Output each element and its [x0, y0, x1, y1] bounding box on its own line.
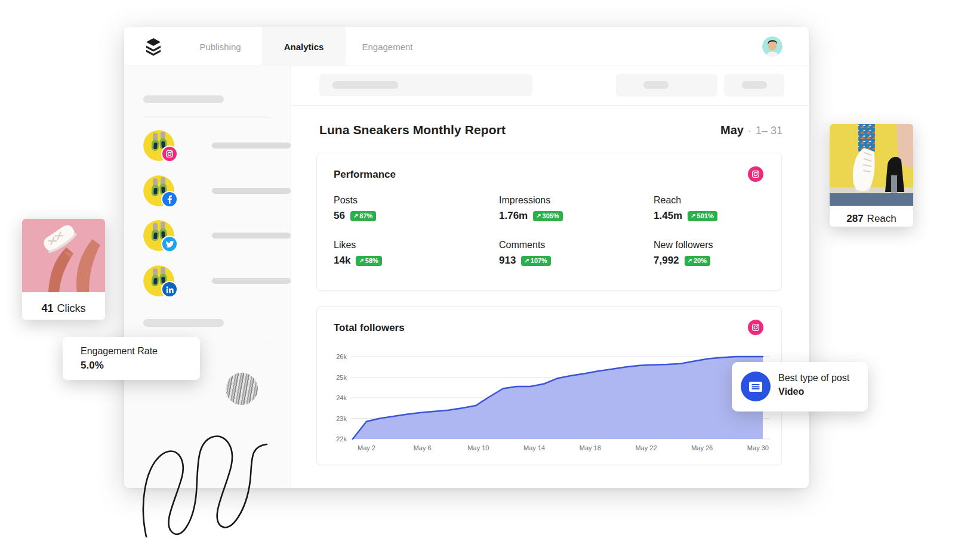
- best-post-card[interactable]: Best type of post Video: [732, 362, 868, 412]
- followers-title: Total followers: [334, 322, 405, 334]
- date-range[interactable]: May·1– 31: [720, 123, 783, 137]
- best-post-label: Best type of post: [778, 373, 849, 383]
- sneaker-heel-photo: [830, 124, 913, 206]
- change-value: 58%: [365, 258, 378, 264]
- change-badge: ↗305%: [533, 211, 563, 221]
- tab-analytics[interactable]: Analytics: [262, 27, 346, 66]
- change-badge: ↗20%: [685, 256, 710, 266]
- change-badge: ↗87%: [350, 211, 376, 221]
- sidebar-channel-instagram[interactable]: [143, 130, 275, 161]
- main-content: Luna Sneakers Monthly Report May·1– 31 P…: [291, 66, 809, 488]
- stat-posts: Posts 56↗87%: [334, 195, 499, 222]
- engagement-rate-value: 5.0%: [81, 360, 200, 372]
- stat-impressions: Impressions 1.76m↗305%: [499, 195, 654, 222]
- total-followers-card: Total followers 26k25k24k23k22kMay 2May …: [316, 306, 782, 465]
- engagement-rate-label: Engagement Rate: [81, 346, 200, 357]
- svg-text:26k: 26k: [336, 353, 347, 360]
- svg-text:May 6: May 6: [414, 444, 432, 451]
- instagram-icon: [748, 166, 763, 182]
- reach-value: 287: [846, 213, 863, 225]
- engagement-rate-card[interactable]: Engagement Rate 5.0%: [63, 337, 200, 380]
- tab-engagement[interactable]: Engagement: [346, 27, 429, 66]
- clicks-callout-card[interactable]: 41 Clicks: [22, 219, 105, 320]
- stat-value: 913: [499, 255, 516, 267]
- app-window: Publishing Analytics Engagement: [124, 27, 809, 488]
- search-input[interactable]: [319, 74, 532, 96]
- date-days: 1– 31: [756, 125, 783, 137]
- svg-text:May 18: May 18: [580, 444, 601, 451]
- sidebar-channel-twitter[interactable]: [143, 220, 275, 251]
- user-avatar-image: [762, 36, 783, 57]
- sidebar-channel-linkedin[interactable]: [143, 265, 275, 296]
- up-arrow-icon: ↗: [536, 213, 541, 219]
- stat-value: 7,992: [654, 255, 679, 267]
- channel-name-placeholder: [212, 143, 291, 148]
- stat-label: New followers: [654, 240, 769, 250]
- toolbar: [291, 66, 809, 106]
- date-filter-button[interactable]: [616, 74, 717, 97]
- best-post-text: Best type of post Video: [778, 373, 849, 397]
- change-value: 20%: [694, 258, 707, 264]
- change-value: 305%: [543, 213, 559, 219]
- clicks-caption: 41 Clicks: [22, 295, 105, 320]
- report-header: Luna Sneakers Monthly Report May·1– 31: [319, 123, 783, 137]
- up-arrow-icon: ↗: [691, 213, 695, 219]
- search-placeholder-bar: [332, 81, 398, 89]
- buffer-logo-icon[interactable]: [143, 36, 164, 57]
- up-arrow-icon: ↗: [688, 258, 692, 264]
- up-arrow-icon: ↗: [359, 258, 363, 264]
- svg-text:May 22: May 22: [635, 444, 657, 451]
- stat-label: Posts: [334, 195, 499, 206]
- sidebar-channel-facebook[interactable]: [143, 175, 275, 206]
- instagram-icon: [161, 146, 178, 162]
- followers-area-chart[interactable]: 26k25k24k23k22kMay 2May 6May 10May 14May…: [326, 344, 773, 454]
- date-separator: ·: [748, 125, 751, 137]
- stat-new-followers: New followers 7,992↗20%: [654, 240, 769, 267]
- export-button[interactable]: [724, 74, 784, 97]
- button-placeholder-bar: [643, 81, 668, 89]
- channel-name-placeholder: [212, 278, 291, 284]
- reach-label: Reach: [867, 213, 897, 225]
- scribble-decoration: [134, 426, 275, 546]
- up-arrow-icon: ↗: [524, 258, 529, 264]
- sidebar: [124, 66, 291, 488]
- change-value: 107%: [531, 258, 547, 264]
- svg-text:May 14: May 14: [523, 444, 545, 451]
- sneaker-hands-photo: [22, 219, 105, 292]
- twitter-icon: [161, 236, 178, 252]
- post-icon: [741, 372, 771, 401]
- facebook-icon: [161, 191, 178, 208]
- reach-caption: 287 Reach: [830, 208, 913, 227]
- instagram-icon: [748, 320, 763, 335]
- reach-callout-card[interactable]: 287 Reach: [830, 124, 913, 227]
- top-nav: Publishing Analytics Engagement: [124, 27, 809, 66]
- channel-name-placeholder: [212, 188, 291, 194]
- svg-text:May 26: May 26: [691, 444, 713, 451]
- stat-comments: Comments 913↗107%: [499, 240, 654, 267]
- clicks-label: Clicks: [57, 302, 86, 315]
- performance-stats: Posts 56↗87% Impressions 1.76m↗305% Reac…: [334, 195, 769, 267]
- stat-label: Comments: [499, 240, 654, 250]
- up-arrow-icon: ↗: [353, 213, 358, 219]
- page: Publishing Analytics Engagement: [0, 0, 955, 560]
- stat-label: Likes: [334, 240, 499, 250]
- texture-circle-decoration: [226, 373, 258, 405]
- sidebar-header-placeholder: [143, 95, 224, 103]
- sidebar-footer-placeholder: [143, 319, 224, 327]
- stat-value: 14k: [334, 255, 350, 267]
- stat-value: 1.76m: [499, 210, 528, 222]
- tab-publishing[interactable]: Publishing: [178, 27, 262, 66]
- svg-text:May 2: May 2: [358, 444, 375, 451]
- linkedin-icon: [161, 281, 178, 298]
- svg-text:May 30: May 30: [747, 444, 769, 451]
- stat-label: Impressions: [499, 195, 654, 206]
- stat-reach: Reach 1.45m↗501%: [654, 195, 769, 222]
- stat-label: Reach: [654, 195, 769, 206]
- stat-likes: Likes 14k↗58%: [334, 240, 499, 267]
- change-badge: ↗58%: [356, 256, 381, 266]
- user-avatar[interactable]: [762, 36, 783, 57]
- page-title: Luna Sneakers Monthly Report: [319, 123, 506, 137]
- sidebar-divider-top: [143, 117, 271, 118]
- stat-value: 56: [334, 210, 345, 222]
- svg-text:May 10: May 10: [467, 444, 489, 451]
